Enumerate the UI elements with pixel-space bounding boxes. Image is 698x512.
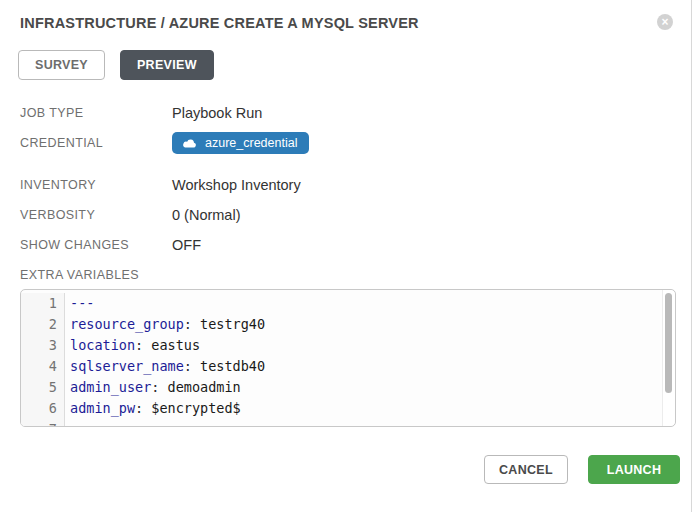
- verbosity-value: 0 (Normal): [172, 207, 240, 223]
- line-number: 1: [21, 293, 65, 314]
- show-changes-label: SHOW CHANGES: [20, 238, 172, 252]
- page-title: INFRASTRUCTURE / AZURE CREATE A MYSQL SE…: [20, 15, 419, 31]
- cloud-icon: [182, 138, 197, 149]
- tab-survey[interactable]: SURVEY: [18, 50, 105, 80]
- cancel-button[interactable]: CANCEL: [484, 455, 568, 484]
- yaml-key: resource_group: [70, 316, 184, 332]
- yaml-key: admin_pw: [70, 400, 135, 416]
- field-row-credential: CREDENTIAL azure_credential: [20, 128, 676, 158]
- field-row-inventory: INVENTORY Workshop Inventory: [20, 170, 676, 200]
- job-type-label: JOB TYPE: [20, 106, 172, 120]
- extra-variables-editor[interactable]: 1 --- 2 resource_group: testrg40 3 locat…: [20, 289, 676, 427]
- code-line: 7: [21, 419, 662, 426]
- yaml-key: admin_user: [70, 379, 151, 395]
- credential-badge[interactable]: azure_credential: [172, 132, 309, 154]
- code-line: 4 sqlserver_name: testdb40: [21, 356, 662, 377]
- yaml-separator: :: [184, 358, 200, 374]
- line-number: 2: [21, 314, 65, 335]
- inventory-value: Workshop Inventory: [172, 177, 301, 193]
- code-line: 1 ---: [21, 293, 662, 314]
- field-row-show-changes: SHOW CHANGES OFF: [20, 230, 676, 260]
- tab-bar: SURVEY PREVIEW: [18, 50, 214, 80]
- yaml-value: testrg40: [200, 316, 265, 332]
- yaml-key: sqlserver_name: [70, 358, 184, 374]
- line-number: 5: [21, 377, 65, 398]
- field-row-verbosity: VERBOSITY 0 (Normal): [20, 200, 676, 230]
- code-line: 2 resource_group: testrg40: [21, 314, 662, 335]
- code-line: 5 admin_user: demoadmin: [21, 377, 662, 398]
- yaml-value: demoadmin: [168, 379, 241, 395]
- line-number: 6: [21, 398, 65, 419]
- show-changes-value: OFF: [172, 237, 201, 253]
- tab-preview[interactable]: PREVIEW: [120, 50, 214, 80]
- inventory-label: INVENTORY: [20, 178, 172, 192]
- yaml-value: $encrypted$: [151, 400, 240, 416]
- yaml-key: ---: [70, 295, 94, 311]
- verbosity-label: VERBOSITY: [20, 208, 172, 222]
- job-preview-modal: INFRASTRUCTURE / AZURE CREATE A MYSQL SE…: [0, 0, 692, 512]
- close-icon[interactable]: ×: [657, 14, 673, 30]
- yaml-key: location: [70, 337, 135, 353]
- line-number: 4: [21, 356, 65, 377]
- job-type-value: Playbook Run: [172, 105, 262, 121]
- yaml-separator: :: [135, 400, 151, 416]
- credential-label: CREDENTIAL: [20, 136, 172, 150]
- yaml-value: testdb40: [200, 358, 265, 374]
- yaml-separator: :: [135, 337, 151, 353]
- code-area[interactable]: 1 --- 2 resource_group: testrg40 3 locat…: [21, 290, 662, 426]
- editor-scrollbar-thumb[interactable]: [665, 293, 672, 393]
- yaml-separator: :: [151, 379, 167, 395]
- line-number: 3: [21, 335, 65, 356]
- code-line: 3 location: eastus: [21, 335, 662, 356]
- editor-scrollbar-track[interactable]: [662, 290, 675, 426]
- field-row-job-type: JOB TYPE Playbook Run: [20, 98, 676, 128]
- code-line: 6 admin_pw: $encrypted$: [21, 398, 662, 419]
- job-details: JOB TYPE Playbook Run CREDENTIAL azure_c…: [20, 98, 676, 290]
- yaml-value: eastus: [151, 337, 200, 353]
- yaml-separator: :: [184, 316, 200, 332]
- credential-badge-label: azure_credential: [205, 136, 297, 150]
- launch-button[interactable]: LAUNCH: [588, 455, 680, 484]
- line-number: 7: [21, 419, 65, 426]
- extra-variables-label: EXTRA VARIABLES: [20, 268, 172, 282]
- field-row-extra-variables: EXTRA VARIABLES: [20, 260, 676, 290]
